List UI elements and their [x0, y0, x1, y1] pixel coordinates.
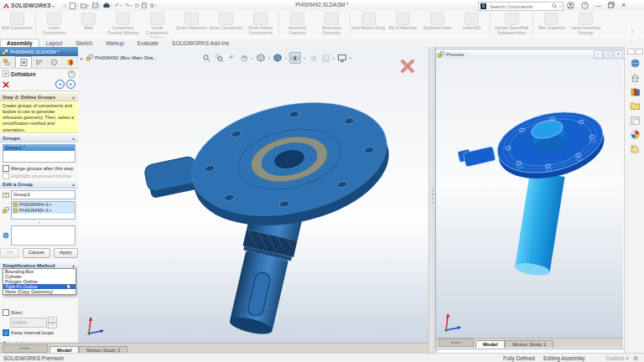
home-button[interactable]: ⌂ [63, 3, 66, 8]
wizard-next-button[interactable]: ▸ [66, 80, 75, 89]
file-properties-button[interactable] [142, 3, 147, 8]
components-listbox[interactable]: PH009494<1> PH009495<1> [11, 201, 75, 220]
ribbon-button[interactable]: Bill of Materials [386, 12, 420, 38]
redo-button[interactable]: ↷▾ [124, 3, 132, 9]
checkbox-checked[interactable]: ✓ [3, 329, 9, 336]
merge-groups-checkbox-row[interactable]: Merge groups after this step [0, 164, 78, 172]
search-icon[interactable] [552, 3, 558, 9]
help-icon[interactable]: ? [581, 2, 589, 9]
user-account-icon[interactable] [567, 2, 574, 9]
preview-tab-motion-study[interactable]: Motion Study 1 [505, 340, 553, 348]
ribbon-button[interactable]: Component Preview Window [106, 12, 140, 38]
ribbon-button[interactable]: Linear Component Pattern [140, 12, 174, 38]
status-unit-system[interactable]: Custom ▾ [605, 355, 628, 362]
listbox-resize-handle[interactable]: ▾ [0, 221, 78, 224]
ribbon-button[interactable]: New Motion Study [351, 12, 386, 38]
tab-scroll-buttons[interactable]: ◂◂▸▸ [3, 344, 48, 353]
ribbon-button[interactable]: Large Assembly Settings [569, 12, 603, 38]
home-icon[interactable] [629, 72, 641, 83]
tab-markup[interactable]: Markup [99, 39, 131, 47]
preview-tab-model[interactable]: Model [475, 340, 505, 348]
list-item-component[interactable]: PH009494<1> [12, 202, 75, 208]
wizard-back-button[interactable]: ◂ [55, 80, 65, 89]
tab-dimxpert-manager[interactable] [47, 56, 62, 68]
tab-featuremanager-tree[interactable] [0, 56, 15, 68]
ribbon-button[interactable]: Instant3D [454, 12, 489, 38]
ribbon-button[interactable]: Move Component [209, 12, 243, 38]
open-button[interactable]: ▾ [80, 3, 90, 8]
preview-maximize-button[interactable]: ▢ [604, 50, 613, 59]
checkbox-unchecked[interactable] [3, 165, 9, 172]
print-button[interactable]: ▾ [103, 3, 112, 8]
design-library-icon[interactable] [629, 86, 641, 97]
pm-help-icon[interactable]: ? [68, 70, 75, 78]
spinner-up-icon[interactable]: ▲ [48, 317, 57, 323]
file-explorer-icon[interactable] [629, 101, 641, 111]
ribbon-button[interactable]: Edit Component [0, 12, 34, 38]
custom-properties-icon[interactable] [629, 143, 641, 154]
edit-group-section-header[interactable]: Edit a Group▲ [0, 179, 78, 189]
checkbox-unchecked[interactable] [3, 309, 9, 316]
preview-close-button[interactable]: × [614, 50, 623, 59]
main-graphics-area[interactable]: ▸ PH009492 (Box Main Sha... ↶ ▾ ▾ ▾ ▾ ▾ … [78, 47, 428, 343]
ribbon-button[interactable]: Reference Geometry [314, 12, 349, 38]
tab-assembly[interactable]: Assembly [0, 39, 39, 47]
keep-internal-loops-row[interactable]: ✓ Keep internal loops [0, 328, 78, 336]
list-item-group[interactable]: Group1 * [3, 145, 75, 151]
ribbon-button[interactable]: Mate [71, 12, 106, 38]
cancel-button[interactable]: Cancel [23, 248, 50, 258]
preview-graphics-area[interactable] [436, 59, 623, 338]
splitter-grip[interactable] [431, 189, 434, 211]
dropdown-option[interactable]: None (Copy Geometry) [3, 289, 75, 294]
groups-section-header[interactable]: Groups▲ [0, 133, 78, 142]
search-scope-icon[interactable]: S [480, 3, 486, 9]
preview-minimize-button[interactable]: – [594, 50, 603, 59]
group-name-input[interactable]: Group1 [11, 190, 75, 199]
status-options-gear-icon[interactable]: ⚙ [633, 355, 638, 362]
ribbon-button[interactable]: Assembly Features [280, 12, 314, 38]
search-input[interactable] [488, 3, 550, 10]
tab-property-manager[interactable] [15, 56, 31, 68]
pm-cancel-icon[interactable] [3, 81, 9, 88]
tab-evaluate[interactable]: Evaluate [131, 39, 165, 47]
ribbon-button[interactable]: Exploded View [420, 12, 454, 38]
ribbon-button[interactable]: Update SpeedPak Subassemblies [491, 12, 532, 38]
ribbon-button[interactable]: Take Snapshot [534, 12, 569, 38]
undo-button[interactable]: ↶▾ [115, 3, 122, 9]
groups-listbox[interactable]: Group1 * [3, 144, 75, 163]
rebuild-button[interactable]: ⟳ [134, 3, 139, 9]
tab-configuration-manager[interactable] [32, 56, 47, 68]
ribbon-collapse-arrow[interactable]: ⌃ [630, 30, 635, 37]
view-palette-icon[interactable] [629, 115, 641, 126]
options-button[interactable]: ⚙▾ [149, 3, 157, 9]
search-commands-box[interactable]: S ▾ [478, 2, 564, 11]
tab-solidworks-add-ins[interactable]: SOLIDWORKS Add-Ins [165, 39, 236, 47]
ribbon-button[interactable]: Show Hidden Components [243, 12, 278, 38]
ok-button[interactable]: OK [0, 248, 19, 258]
task-pane-header[interactable] [625, 47, 644, 54]
restore-button[interactable] [608, 2, 615, 8]
close-button[interactable]: × [621, 1, 626, 9]
ribbon-button[interactable]: Smart Fasteners [174, 12, 209, 38]
apply-button[interactable]: Apply [54, 248, 78, 258]
preview-model-simplified[interactable] [436, 59, 623, 338]
step-section-header[interactable]: Step 2: Define Groups▲ [0, 92, 78, 101]
model-3d-flange-shaft[interactable] [78, 47, 428, 343]
minimize-button[interactable]: — [595, 3, 601, 8]
tab-scroll-buttons[interactable]: ◂◂▸▸ [439, 339, 474, 347]
face-selection-box[interactable] [11, 225, 75, 246]
solidworks-resources-icon[interactable] [629, 58, 641, 69]
simplification-factor-input[interactable]: 0.00% [10, 318, 47, 328]
tab-layout[interactable]: Layout [39, 39, 70, 47]
appearances-scenes-icon[interactable] [629, 129, 641, 140]
logo-expand-arrow[interactable]: ▸ [53, 3, 55, 8]
size-checkbox-row[interactable]: Size) [0, 309, 78, 316]
new-button[interactable]: ▾ [70, 3, 78, 9]
ribbon-button[interactable]: Insert Components [37, 12, 71, 38]
spinner-down-icon[interactable]: ▼ [48, 323, 57, 328]
list-item-component[interactable]: PH009495<1> [12, 208, 75, 214]
tab-display-manager[interactable] [63, 56, 78, 68]
search-dropdown-arrow[interactable]: ▾ [559, 4, 561, 8]
tab-sketch[interactable]: Sketch [69, 39, 99, 47]
save-button[interactable]: ▾ [92, 3, 101, 8]
